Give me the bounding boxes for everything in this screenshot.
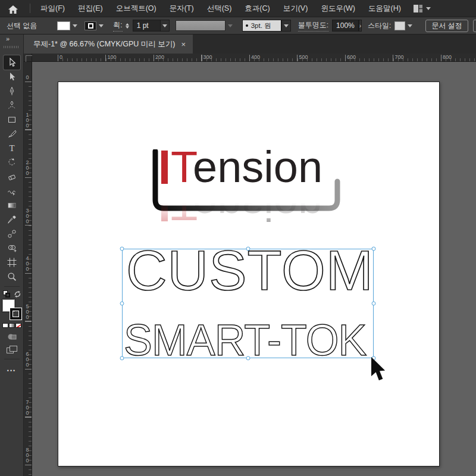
screen-mode-icon[interactable] xyxy=(7,346,17,354)
menu-bar: 파일(F)편집(E)오브젝트(O)문자(T)선택(S)효과(C)보기(V)윈도우… xyxy=(0,0,476,17)
vertical-ruler[interactable]: 0100200300400500600700800 xyxy=(24,62,32,476)
chevron-down-icon xyxy=(426,7,431,10)
stroke-color-control[interactable] xyxy=(84,20,106,31)
home-icon[interactable] xyxy=(0,3,26,13)
stroke-width-dropdown[interactable]: 1 pt xyxy=(133,20,170,32)
brush-dropdown-button[interactable] xyxy=(281,20,291,32)
tool-shaper[interactable] xyxy=(4,184,20,198)
preferences-button[interactable]: 환경 설정 xyxy=(473,20,476,32)
stroke-indicator[interactable] xyxy=(10,308,21,320)
artboard-icon xyxy=(7,258,17,267)
tool-blend[interactable] xyxy=(4,227,20,241)
selection-handle[interactable] xyxy=(372,302,376,306)
fill-stroke-proxy-icon[interactable] xyxy=(3,290,10,298)
gradient-icon xyxy=(7,201,17,210)
color-swatch-button[interactable] xyxy=(2,323,8,328)
menu-item-4[interactable]: 문자(T) xyxy=(163,0,201,17)
toolbar-expand-button[interactable]: » xyxy=(6,35,9,42)
h-ruler-label-200: 200 xyxy=(155,54,164,60)
canvas-area[interactable]: Tension Tension CUSTOM SMART-TOK xyxy=(32,62,476,476)
stroke-panel-link[interactable]: 획: xyxy=(113,20,122,32)
document-setup-button[interactable]: 문서 설정 xyxy=(425,20,468,32)
brush-dropdown[interactable]: 3pt. 원 xyxy=(242,20,291,32)
tool-rectangle[interactable] xyxy=(4,112,20,127)
width-profile-dropdown-button xyxy=(226,20,235,31)
horizontal-ruler[interactable]: 0100200300400500600700800 xyxy=(32,54,476,62)
style-dropdown-button[interactable] xyxy=(405,20,415,31)
fill-color-swatch[interactable] xyxy=(57,21,70,30)
selection-handle[interactable] xyxy=(120,356,124,361)
tab-close-icon[interactable]: × xyxy=(181,40,186,49)
brush-dot-icon xyxy=(246,24,248,27)
selection-handle[interactable] xyxy=(372,247,376,251)
stroke-color-swatch[interactable] xyxy=(84,21,96,30)
paintbrush-icon xyxy=(7,129,17,139)
more-tools-button[interactable]: ••• xyxy=(7,368,16,374)
tool-selection[interactable] xyxy=(4,55,20,70)
document-tab[interactable]: 무제-1* @ 66.67% (CMYK/GPU 미리 보기) × xyxy=(24,35,193,54)
swap-fill-stroke-icon[interactable] xyxy=(14,291,21,298)
tool-gradient[interactable] xyxy=(4,198,20,212)
tool-curvature[interactable] xyxy=(4,98,20,112)
tool-shape-builder[interactable] xyxy=(4,241,20,255)
none-swatch-button[interactable] xyxy=(15,323,21,328)
h-ruler-label-400: 400 xyxy=(251,54,260,60)
svg-text:T: T xyxy=(9,143,14,153)
stroke-dropdown-button[interactable] xyxy=(96,20,106,31)
chevron-down-icon xyxy=(73,24,77,27)
menu-item-9[interactable]: 도움말(H) xyxy=(362,0,408,17)
fill-dropdown-button[interactable] xyxy=(70,20,80,31)
menu-item-5[interactable]: 선택(S) xyxy=(201,0,239,17)
opacity-input[interactable]: 100% xyxy=(332,20,359,32)
text-object-line2[interactable]: SMART-TOK xyxy=(124,318,366,363)
menu-items: 파일(F)편집(E)오브젝트(O)문자(T)선택(S)효과(C)보기(V)윈도우… xyxy=(34,0,408,17)
selection-handle[interactable] xyxy=(120,247,124,251)
workspace-switcher[interactable] xyxy=(414,5,431,12)
menu-item-7[interactable]: 보기(V) xyxy=(277,0,315,17)
v-ruler-label-400: 400 xyxy=(25,256,30,272)
selection-handle[interactable] xyxy=(246,356,250,361)
shape-builder-icon xyxy=(7,243,17,253)
tool-pen[interactable] xyxy=(4,84,20,98)
menu-item-6[interactable]: 효과(C) xyxy=(238,0,276,17)
text-object-line1[interactable]: CUSTOM xyxy=(126,248,374,293)
stroke-width-value[interactable]: 1 pt xyxy=(133,20,160,32)
selection-icon xyxy=(7,58,17,67)
ruler-origin-corner[interactable] xyxy=(24,54,32,62)
opacity-options-button[interactable]: › xyxy=(359,20,362,32)
logo[interactable]: Tension xyxy=(161,149,375,186)
logo-reflection: Tension xyxy=(161,186,375,223)
fill-stroke-indicator[interactable] xyxy=(2,299,21,320)
tool-type[interactable]: T xyxy=(4,141,20,155)
toolbar-grip[interactable] xyxy=(4,46,19,48)
stroke-ring-icon xyxy=(88,23,93,29)
toolbar-panel-header: » xyxy=(0,35,24,54)
stroke-width-dropdown-button[interactable] xyxy=(160,20,170,32)
tool-direct-selection[interactable] xyxy=(4,70,20,84)
v-ruler-label-800: 800 xyxy=(25,447,30,464)
tool-paintbrush[interactable] xyxy=(4,127,20,141)
tool-artboard[interactable] xyxy=(4,255,20,270)
brush-preview[interactable]: 3pt. 원 xyxy=(242,20,281,32)
selection-handle[interactable] xyxy=(246,247,250,251)
gradient-swatch-button[interactable] xyxy=(9,323,15,328)
fill-color-control[interactable] xyxy=(57,20,80,31)
brush-value: 3pt. 원 xyxy=(251,21,271,30)
stepper-down-icon[interactable] xyxy=(126,26,129,29)
menu-item-2[interactable]: 편집(E) xyxy=(71,0,109,17)
stroke-width-stepper[interactable] xyxy=(126,23,129,29)
tool-eyedropper[interactable] xyxy=(4,212,20,227)
stepper-up-icon[interactable] xyxy=(126,23,129,26)
tool-eraser[interactable] xyxy=(4,170,20,184)
tool-zoom[interactable] xyxy=(4,270,20,284)
v-ruler-label-700: 700 xyxy=(25,400,30,416)
selection-handle[interactable] xyxy=(120,302,124,306)
style-swatch[interactable] xyxy=(394,21,405,30)
menu-item-3[interactable]: 오브젝트(O) xyxy=(109,0,163,17)
opacity-panel-link[interactable]: 불투명도: xyxy=(298,20,328,32)
style-control[interactable] xyxy=(394,20,415,31)
menu-item-1[interactable]: 파일(F) xyxy=(34,0,71,17)
drawing-mode-icon[interactable] xyxy=(7,333,17,341)
tool-rotate[interactable] xyxy=(4,155,20,170)
menu-item-8[interactable]: 윈도우(W) xyxy=(314,0,362,17)
